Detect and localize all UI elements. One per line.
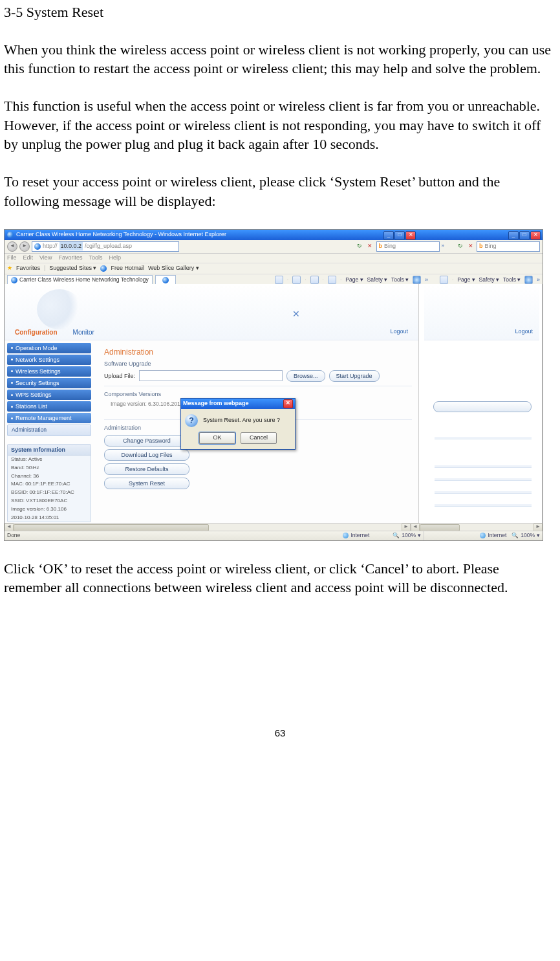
page-icon: [34, 243, 41, 250]
menu-tools[interactable]: Tools: [89, 254, 102, 261]
close-button[interactable]: ✕: [405, 231, 416, 240]
menu-view[interactable]: View: [39, 254, 52, 261]
secondary-header: Logout: [424, 284, 539, 340]
header-close-icon[interactable]: ✕: [290, 309, 302, 320]
chevron-right-icon: »: [425, 276, 428, 283]
page-number: 63: [4, 727, 556, 740]
nav-security-settings[interactable]: Security Settings: [7, 378, 91, 388]
search-placeholder: Bing: [384, 242, 396, 250]
maximize-button-2[interactable]: □: [519, 231, 530, 240]
menu-file[interactable]: File: [7, 254, 17, 261]
upload-file-field[interactable]: [139, 370, 283, 381]
dialog-close-icon[interactable]: ✕: [283, 399, 293, 408]
suggested-sites[interactable]: Suggested Sites ▾: [49, 264, 96, 272]
menu-favorites[interactable]: Favorites: [58, 254, 82, 261]
system-info-panel: System Information Status: Active Band: …: [7, 444, 91, 523]
sysinfo-ssid: SSID: VXT1800EE70AC: [8, 497, 91, 505]
download-log-files-button[interactable]: Download Log Files: [104, 449, 189, 461]
stop-icon-2[interactable]: ✕: [466, 242, 475, 250]
components-versions-label: Components Versions: [104, 390, 412, 398]
print-icon-2[interactable]: [440, 276, 448, 284]
help-icon-2[interactable]: [524, 276, 533, 284]
nav-operation-mode[interactable]: Operation Mode: [7, 343, 91, 353]
zoom-value-2[interactable]: 100%: [521, 532, 535, 539]
browse-button[interactable]: Browse...: [286, 370, 325, 382]
upload-file-label: Upload File:: [104, 372, 135, 380]
nav-stations-list[interactable]: Stations List: [7, 401, 91, 412]
cmd-page-2[interactable]: Page ▾: [457, 276, 475, 283]
tab-configuration[interactable]: Configuration: [15, 328, 58, 337]
nav-administration[interactable]: Administration: [7, 425, 91, 436]
menu-edit[interactable]: Edit: [23, 254, 34, 261]
nav-wps-settings[interactable]: WPS Settings: [7, 390, 91, 400]
sysinfo-image: Image version: 6.30.106: [8, 505, 91, 514]
start-upgrade-button[interactable]: Start Upgrade: [329, 370, 380, 382]
cmd-safety-2[interactable]: Safety ▾: [479, 276, 499, 283]
sysinfo-bssid: BSSID: 00:1F:1F:EE:70:AC: [8, 489, 91, 497]
menu-bar: File Edit View Favorites Tools Help: [5, 254, 543, 263]
print-icon[interactable]: [328, 276, 336, 284]
free-hotmail[interactable]: Free Hotmail: [111, 264, 144, 272]
address-bar: ◄ ► http:// 10.0.0.2 /cgi/fg_upload.asp …: [5, 240, 543, 254]
refresh-icon[interactable]: ↻: [356, 242, 364, 250]
paragraph-4: Click ‘OK’ to reset the access point or …: [4, 559, 556, 597]
software-upgrade-label: Software Upgrade: [104, 360, 412, 368]
nav-network-settings[interactable]: Network Settings: [7, 355, 91, 365]
sysinfo-mac: MAC: 00:1F:1F:EE:70:AC: [8, 480, 91, 489]
zoom-icon[interactable]: 🔍: [393, 532, 400, 539]
close-button-2[interactable]: ✕: [530, 231, 541, 240]
sysinfo-channel: Channel: 36: [8, 472, 91, 481]
nav-wireless-settings[interactable]: Wireless Settings: [7, 366, 91, 377]
paragraph-2: This function is useful when the access …: [4, 96, 556, 154]
hotmail-icon: [100, 265, 107, 272]
tab-favicon: [11, 277, 17, 283]
status-bar: Done Internet 🔍 100% ▾ Internet 🔍 100% ▾: [5, 531, 543, 540]
refresh-icon-2[interactable]: ↻: [456, 242, 464, 250]
dialog-titlebar[interactable]: Message from webpage ✕: [181, 399, 295, 409]
logout-link[interactable]: Logout: [390, 327, 408, 335]
favorites-label[interactable]: Favorites: [16, 264, 40, 272]
mail-icon[interactable]: [310, 276, 319, 284]
favorites-bar: ★ Favorites | Suggested Sites ▾ Free Hot…: [5, 263, 543, 274]
secondary-logout-link[interactable]: Logout: [515, 327, 533, 335]
stop-icon[interactable]: ✕: [366, 242, 374, 250]
chevron-right-icon: »: [442, 243, 444, 250]
forward-button[interactable]: ►: [19, 241, 30, 252]
menu-help[interactable]: Help: [109, 254, 121, 261]
url-field[interactable]: http:// 10.0.0.2 /cgi/fg_upload.asp: [32, 241, 179, 252]
back-button[interactable]: ◄: [7, 241, 17, 252]
home-icon[interactable]: [275, 276, 283, 284]
zoom-value[interactable]: 100%: [402, 532, 416, 539]
cmd-tools[interactable]: Tools ▾: [391, 276, 409, 283]
bing-icon: b: [379, 242, 383, 250]
window-titlebar[interactable]: Carrier Class Wireless Home Networking T…: [5, 230, 543, 240]
system-reset-button[interactable]: System Reset: [104, 478, 189, 489]
minimize-button[interactable]: _: [383, 231, 394, 240]
confirm-dialog: Message from webpage ✕ ? System Reset. A…: [180, 398, 296, 450]
feeds-icon[interactable]: [292, 276, 301, 284]
status-zone: Internet: [350, 532, 369, 539]
zoom-icon-2[interactable]: 🔍: [512, 532, 519, 539]
web-slice-gallery[interactable]: Web Slice Gallery ▾: [148, 264, 199, 272]
search-field-2[interactable]: b Bing: [477, 241, 540, 252]
dialog-title: Message from webpage: [183, 399, 249, 407]
nav-remote-management[interactable]: Remote Management: [7, 413, 91, 423]
sidebar: Operation Mode Network Settings Wireless…: [5, 340, 94, 531]
secondary-button-placeholder[interactable]: [433, 401, 532, 412]
minimize-button-2[interactable]: _: [508, 231, 519, 240]
restore-defaults-button[interactable]: Restore Defaults: [104, 463, 189, 475]
cmd-tools-2[interactable]: Tools ▾: [503, 276, 521, 283]
dialog-ok-button[interactable]: OK: [199, 432, 235, 444]
question-icon: ?: [185, 414, 198, 427]
change-password-button[interactable]: Change Password: [104, 435, 189, 447]
url-ip: 10.0.0.2: [59, 242, 83, 250]
dialog-cancel-button[interactable]: Cancel: [241, 432, 277, 444]
search-field[interactable]: b Bing: [376, 241, 440, 252]
cmd-safety[interactable]: Safety ▾: [367, 276, 387, 283]
tab-monitor[interactable]: Monitor: [73, 328, 94, 337]
help-icon[interactable]: [413, 276, 421, 284]
ie-icon: [7, 232, 14, 238]
maximize-button[interactable]: □: [394, 231, 405, 240]
cmd-page[interactable]: Page ▾: [345, 276, 363, 283]
star-icon[interactable]: ★: [7, 264, 12, 272]
